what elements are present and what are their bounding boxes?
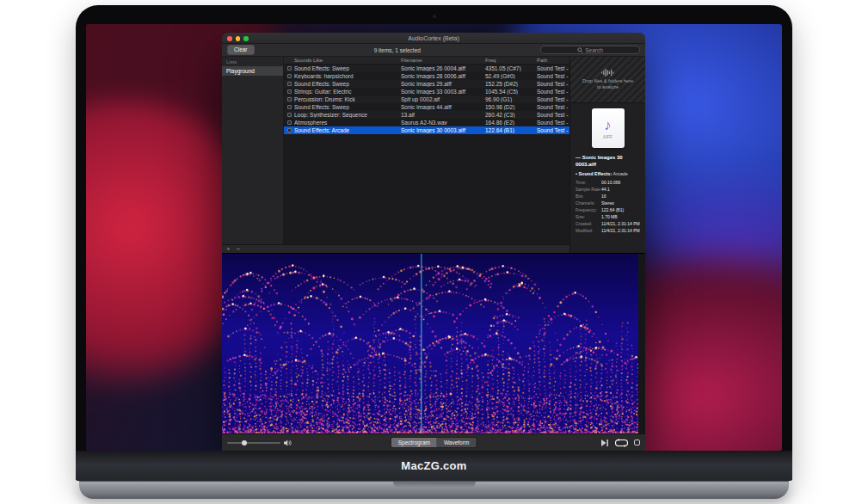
spectrogram-section	[222, 253, 645, 433]
metadata-label: Sample Rate:	[576, 187, 601, 192]
cell-filename: Sonic Images 33 0003.aiff	[401, 89, 485, 95]
detail-category-label: • Sound Effects:	[576, 171, 612, 176]
metadata-label: Created:	[576, 221, 601, 226]
sidebar-list: Playground	[222, 66, 283, 76]
row-checkbox[interactable]	[287, 89, 292, 94]
row-checkbox[interactable]	[287, 128, 292, 132]
minimize-button[interactable]	[236, 36, 241, 41]
music-note-icon: ♪	[604, 118, 612, 132]
sidebar: Lists Playground	[222, 57, 284, 253]
cell-path: Sound Test -	[537, 127, 569, 133]
cell-path: Sound Test -	[537, 81, 569, 87]
detail-category-value: Arcade	[613, 171, 628, 176]
column-header-path[interactable]: Path	[537, 58, 569, 63]
cell-path: Sound Test -	[537, 120, 569, 126]
metadata-value: 1.70 MB	[601, 214, 640, 219]
table-row[interactable]: Sound Effects: Sweep Sonic Images 26 000…	[284, 65, 569, 72]
detail-panel: Drop files & folders here to analyze ♪ A…	[569, 57, 645, 253]
table-row[interactable]: Strings: Guitar: Electric Sonic Images 3…	[284, 88, 569, 95]
table-body: Sound Effects: Sweep Sonic Images 26 000…	[284, 65, 569, 134]
metadata-value: Stereo	[601, 200, 640, 206]
metadata-label: Frequency:	[576, 207, 601, 212]
aiff-file-icon: ♪ AIFF	[592, 108, 625, 148]
column-header-freq[interactable]: Freq	[485, 58, 537, 63]
row-checkbox[interactable]	[287, 66, 292, 71]
cell-freq: 96.90 (G1)	[485, 96, 537, 102]
search-input[interactable]: Search	[540, 46, 640, 54]
traffic-lights	[227, 36, 249, 41]
view-mode-segment[interactable]: Waveform	[437, 438, 476, 447]
laptop-base	[79, 481, 789, 499]
row-checkbox[interactable]	[287, 74, 292, 78]
zoom-button[interactable]	[243, 36, 249, 41]
speaker-icon[interactable]	[284, 439, 292, 446]
row-checkbox[interactable]	[287, 113, 292, 117]
cell-path: Sound Test -	[537, 89, 569, 95]
selected-file-card: ♪ AIFF	[570, 103, 645, 151]
sidebar-item-playground[interactable]: Playground	[222, 66, 283, 76]
cell-filename: Sonic Images 30 0003.aiff	[401, 127, 485, 133]
row-checkbox[interactable]	[287, 120, 292, 125]
cell-freq: 164.86 (E2)	[485, 120, 537, 126]
file-metadata: Time: 00:10.066 Sample Rate: 44.1 Bits: …	[570, 178, 645, 235]
volume-slider[interactable]	[227, 442, 280, 444]
cell-path: Sound Test -	[537, 112, 569, 118]
loop-icon[interactable]	[615, 439, 628, 447]
row-checkbox[interactable]	[287, 97, 292, 101]
cell-freq: 122.64 (B1)	[485, 127, 537, 133]
laptop-base-notch	[393, 482, 476, 488]
dropzone[interactable]: Drop files & folders here to analyze	[570, 57, 645, 103]
metadata-value: 122.64 (B1)	[601, 207, 640, 212]
transport-bar: Spectrogram Waveform	[222, 433, 645, 451]
table-row[interactable]: Sound Effects: Arcade Sonic Images 30 00…	[284, 126, 569, 134]
table-row[interactable]: Percussion: Drums: Kick Spit up 0002.aif…	[284, 95, 569, 103]
cell-freq: 152.25 (D#2)	[485, 81, 537, 87]
search-icon	[577, 47, 583, 53]
app-window: AudioCortex (Beta) Clear 9 items, 1 sele…	[222, 33, 645, 451]
cell-path: Sound Test -	[537, 104, 569, 110]
items-status-text: 9 items, 1 selected	[255, 47, 540, 53]
cell-path: Sound Test -	[537, 73, 569, 79]
table-row[interactable]: Atmospheres Saurus A2-N3.wav 164.86 (E2)…	[284, 119, 569, 126]
laptop-screen-shell: AudioCortex (Beta) Clear 9 items, 1 sele…	[76, 5, 792, 481]
table-row[interactable]: Loop: Synthesizer: Sequence 13.aif 260.4…	[284, 111, 569, 119]
stop-icon[interactable]	[634, 439, 640, 446]
spectrogram-gutter	[638, 254, 645, 433]
metadata-label: Channels:	[576, 200, 601, 206]
table-row[interactable]: Keyboards: harpsichord Sonic Images 28 0…	[284, 72, 569, 80]
sidebar-section-label: Lists	[222, 57, 283, 66]
column-header-filename[interactable]: Filename	[401, 58, 485, 63]
metadata-value: 00:10.066	[601, 180, 640, 185]
cell-freq: 260.42 (C3)	[485, 112, 537, 118]
view-mode-segmented-control: Spectrogram Waveform	[391, 437, 477, 448]
volume-slider-thumb[interactable]	[242, 440, 247, 446]
row-checkbox[interactable]	[287, 82, 292, 86]
view-mode-segment[interactable]: Spectrogram	[391, 438, 437, 447]
detail-category: • Sound Effects: Arcade	[570, 169, 645, 178]
row-checkbox[interactable]	[287, 105, 292, 109]
table-row[interactable]: Sound Effects: Sweep Sonic Images 44.aif…	[284, 103, 569, 111]
column-header-sounds-like[interactable]: Sounds Like	[294, 58, 401, 63]
window-titlebar[interactable]: AudioCortex (Beta)	[222, 33, 645, 44]
cell-sounds-like: Sound Effects: Sweep	[294, 104, 401, 110]
spectrogram-view[interactable]	[222, 254, 638, 434]
remove-list-button[interactable]: −	[237, 246, 241, 253]
laptop-display: AudioCortex (Beta) Clear 9 items, 1 sele…	[86, 24, 782, 451]
table-row[interactable]: Sound Effects: Sweep Sonic Images 29.aif…	[284, 80, 569, 88]
window-title: AudioCortex (Beta)	[408, 35, 459, 41]
page: AudioCortex (Beta) Clear 9 items, 1 sele…	[0, 0, 868, 504]
detail-filename: — Sonic Images 30 0003.aiff	[570, 151, 645, 169]
cell-sounds-like: Atmospheres	[294, 120, 401, 126]
cell-freq: 1045.54 (C5)	[485, 89, 537, 95]
clear-button[interactable]: Clear	[227, 45, 255, 55]
results-table: Sounds Like Filename Freq Path Sound Eff…	[284, 57, 569, 253]
cell-sounds-like: Percussion: Drums: Kick	[294, 96, 401, 102]
waveform-icon	[601, 69, 615, 77]
close-button[interactable]	[227, 36, 232, 41]
cell-sounds-like: Strings: Guitar: Electric	[294, 89, 401, 95]
table-header: Sounds Like Filename Freq Path	[284, 57, 569, 65]
spectrogram-canvas[interactable]	[222, 254, 638, 434]
volume-control	[227, 439, 292, 446]
add-list-button[interactable]: +	[226, 246, 231, 253]
skip-to-end-icon[interactable]	[601, 439, 609, 446]
